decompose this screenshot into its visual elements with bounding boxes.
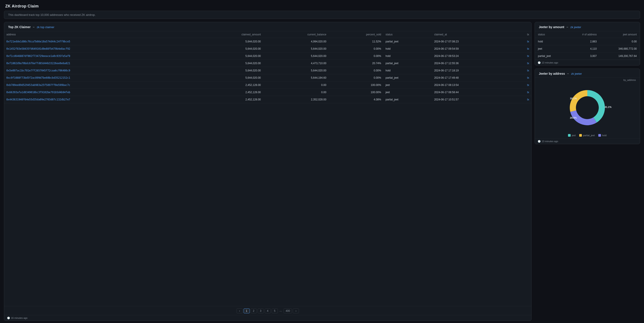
- left-time-label: 🕐 16 minutes ago: [4, 315, 531, 320]
- left-panel: Top ZK Claimer – zk top claimer address …: [4, 22, 532, 321]
- address-cell[interactable]: 0x66393afa1d8349018bc3f9102be791b5d4b94f…: [4, 89, 196, 96]
- claimed-at-cell: 2024-06-17 08:13:54: [432, 82, 513, 89]
- next-page-button[interactable]: ›: [293, 308, 299, 313]
- tx-cell[interactable]: tx: [513, 74, 531, 82]
- tx-cell[interactable]: tx: [513, 52, 531, 60]
- percent-sold-cell: 0.00%: [328, 74, 384, 82]
- claimed-amount-cell: 5,644,020.00: [196, 74, 263, 82]
- current-balance-cell: 4,473,710.00: [263, 60, 328, 67]
- tx-cell[interactable]: tx: [513, 45, 531, 52]
- jeeter-count-cell: 4,110: [566, 45, 600, 52]
- tx-cell[interactable]: tx: [513, 60, 531, 67]
- jeeter-col-status: status: [535, 31, 566, 38]
- table-container: address claimed_amount current_balance p…: [4, 31, 531, 306]
- address-cell[interactable]: 0x1452f83e58435fd649101d0e88fb479b4e8acf…: [4, 45, 196, 52]
- right-bottom-header: Jeeter by address – zk jeeter: [535, 69, 640, 78]
- right-top-dash: –: [566, 25, 568, 29]
- left-panel-subtitle: zk top claimer: [37, 26, 54, 29]
- current-balance-cell: 5,644,020.00: [263, 52, 328, 60]
- percent-sold-cell: 0.00%: [328, 45, 384, 52]
- current-balance-cell: 5,644,020.00: [263, 67, 328, 74]
- legend-jeet: jeet: [568, 134, 576, 137]
- jeeter-amount-cell: 346,680,772.00: [600, 45, 640, 52]
- right-top-title: Jeeter by amount: [539, 25, 564, 29]
- page-1-button[interactable]: 1: [244, 308, 250, 313]
- chart-legend: jeet partial_jeet hold: [535, 133, 640, 138]
- percent-sold-cell: 20.74%: [328, 60, 384, 67]
- tx-cell[interactable]: tx: [513, 38, 531, 45]
- table-row: 0xb789ee89d529453ab983a25f5897ff0e599bac…: [4, 82, 531, 89]
- claimer-table: address claimed_amount current_balance p…: [4, 31, 531, 103]
- legend-hold: hold: [598, 134, 607, 137]
- legend-dot-partial: [579, 134, 582, 137]
- address-cell[interactable]: 0x5e097ac1bcf81e7ff2657045f72caa6cf06486…: [4, 67, 196, 74]
- table-row: 0x1452f83e58435fd649101d0e88fb479b4e8acf…: [4, 45, 531, 52]
- donut-container: 30.1% 41.1% 28.8%: [535, 81, 640, 133]
- percent-sold-cell: 0.00%: [328, 52, 384, 60]
- claimed-at-cell: 2024-06-17 12:55:36: [432, 60, 513, 67]
- claimed-at-cell: 2024-06-17 08:58:44: [432, 89, 513, 96]
- tx-cell[interactable]: tx: [513, 67, 531, 74]
- claimed-amount-cell: 5,644,020.00: [196, 45, 263, 52]
- address-cell[interactable]: 0xb789ee89d529453ab983a25f5897ff0e599bac…: [4, 82, 196, 89]
- right-top-subtitle: zk jeeter: [570, 26, 581, 29]
- claimed-amount-cell: 5,644,020.00: [196, 38, 263, 45]
- col-claimed-amount: claimed_amount: [196, 31, 263, 38]
- address-cell[interactable]: 0xc9f1088f73bd5f2ac899d7be60bcbd35212152…: [4, 74, 196, 82]
- jeeter-by-address-card: Jeeter by address – zk jeeter by_address…: [534, 68, 640, 144]
- address-cell[interactable]: 0xf1cd646887df002f734729eeace1a0c035fe5a…: [4, 52, 196, 60]
- main-layout: Top ZK Claimer – zk top claimer address …: [0, 22, 644, 321]
- percent-sold-cell: 100.00%: [328, 89, 384, 96]
- claimed-at-cell: 2024-06-17 09:54:59: [432, 45, 513, 52]
- address-cell[interactable]: 0xf1802d9a70bdc6f6effd65d44b33226ee0e6a8…: [4, 60, 196, 67]
- current-balance-cell: 0.00: [263, 82, 328, 89]
- claimed-at-cell: 2024-06-17 17:18:19: [432, 67, 513, 74]
- legend-partial-jeet: partial_jeet: [579, 134, 595, 137]
- address-cell[interactable]: 0xf21edde1d86cf6ca7b66e10a574d44c24ff9bc…: [4, 38, 196, 45]
- status-cell: jeet: [383, 89, 432, 96]
- jeeter-amount-header-row: status # of address jeet amount: [535, 31, 640, 38]
- table-row: 0x443631940f64e55d35da09e2703d07c132db27…: [4, 96, 531, 103]
- table-row: 0xf1cd646887df002f734729eeace1a0c035fe5a…: [4, 52, 531, 60]
- jeeter-col-amount: jeet amount: [600, 31, 640, 38]
- jeeter-status-cell: hold: [535, 38, 566, 45]
- tx-cell[interactable]: tx: [513, 89, 531, 96]
- percent-sold-cell: 100.00%: [328, 82, 384, 89]
- page-3-button[interactable]: 3: [258, 308, 264, 313]
- right-bottom-time-label: 🕐 13 minutes ago: [535, 138, 640, 144]
- status-cell: hold: [383, 52, 432, 60]
- page-4-button[interactable]: 4: [265, 308, 271, 313]
- claimed-amount-cell: 2,452,128.00: [196, 82, 263, 89]
- table-header-row: address claimed_amount current_balance p…: [4, 31, 531, 38]
- tx-cell[interactable]: tx: [513, 96, 531, 103]
- page-5-button[interactable]: 5: [272, 308, 278, 313]
- current-balance-cell: 5,644,194.60: [263, 74, 328, 82]
- address-cell[interactable]: 0x443631940f64e55d35da09e2703d07c132db27…: [4, 96, 196, 103]
- percent-sold-cell: 0.00%: [328, 67, 384, 74]
- clock-icon-2: 🕐: [538, 61, 540, 64]
- right-top-time-label: 🕐 13 minutes ago: [535, 60, 640, 65]
- page-400-button[interactable]: 400: [284, 308, 292, 313]
- tx-cell[interactable]: tx: [513, 82, 531, 89]
- col-address: address: [4, 31, 196, 38]
- claimed-at-cell: 2024-06-17 09:53:24: [432, 52, 513, 60]
- claimed-amount-cell: 5,644,020.00: [196, 60, 263, 67]
- right-bottom-dash: –: [567, 72, 569, 75]
- jeeter-amount-cell: 149,200,767.64: [600, 52, 640, 60]
- claimed-amount-cell: 5,644,020.00: [196, 52, 263, 60]
- status-cell: hold: [383, 67, 432, 74]
- current-balance-cell: 0.00: [263, 89, 328, 96]
- prev-page-button[interactable]: ‹: [236, 308, 243, 313]
- jeeter-status-cell: jeet: [535, 45, 566, 52]
- jeeter-amount-row: partial_jeet 3,007 149,200,767.64: [535, 52, 640, 60]
- table-row: 0x66393afa1d8349018bc3f9102be791b5d4b94f…: [4, 89, 531, 96]
- current-balance-cell: 5,644,020.00: [263, 45, 328, 52]
- legend-label-jeet: jeet: [572, 134, 576, 137]
- table-row: 0xc9f1088f73bd5f2ac899d7be60bcbd35212152…: [4, 74, 531, 82]
- chart-card-body: by_address 30.1% 41.1% 28.8% jeet: [535, 78, 640, 138]
- right-top-header: Jeeter by amount – zk jeeter: [535, 22, 640, 31]
- page-2-button[interactable]: 2: [250, 308, 257, 313]
- jeeter-by-amount-card: Jeeter by amount – zk jeeter status # of…: [534, 22, 640, 66]
- right-bottom-title: Jeeter by address: [539, 72, 565, 75]
- col-status: status: [383, 31, 432, 38]
